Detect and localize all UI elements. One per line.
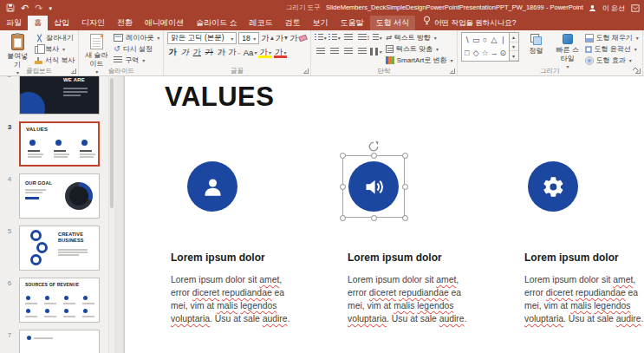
shapes-scroll-up-button[interactable]: ▴ [510,33,518,42]
slide-thumbnail-4[interactable]: OUR GOAL [19,173,100,219]
shape-rectangle-icon[interactable]: ▭ [472,36,480,44]
section-button[interactable]: 구역 [114,56,159,65]
columns-button[interactable] [370,46,382,57]
copy-button[interactable]: 복사 [35,44,75,54]
tab-animations[interactable]: 애니메이션 [139,16,190,30]
format-painter-button[interactable]: 서식 복사 [35,56,75,65]
line-spacing-button[interactable] [370,32,382,43]
shapes-scroll-down-button[interactable]: ▾ [510,42,518,52]
collapse-ribbon-button[interactable] [632,64,639,73]
column-body-text[interactable]: Lorem ipsum dolor sit amet, error dicere… [524,273,644,325]
tab-home[interactable]: 홈 [28,16,48,30]
selection-handle-s[interactable] [371,215,377,221]
shapes-more-button[interactable]: ▾ [510,51,518,61]
slide-thumbnail-7[interactable] [19,330,100,353]
quick-styles-button[interactable]: 빠른 스타일 [554,32,582,70]
align-left-button[interactable] [315,46,327,57]
slide-thumbnail-3[interactable]: VALUES [19,121,100,167]
person-circle-shape[interactable] [187,161,237,212]
tab-file[interactable]: 파일 [0,16,28,30]
tab-review[interactable]: 검토 [279,16,307,30]
slide-thumbnail-2[interactable]: WE ARE [19,76,100,114]
underline-button[interactable]: 가 [192,47,202,58]
tell-me-search[interactable]: 어떤 작업을 원하시나요? [415,16,524,30]
user-name[interactable]: 이 은선 [602,3,625,13]
column-body-text[interactable]: Lorem ipsum dolor sit amet, error dicere… [348,273,468,325]
clipboard-dialog-launcher[interactable] [71,69,76,74]
font-size-combo[interactable]: 18 [238,32,259,44]
shape-effects-button[interactable]: 도형 효과 [585,56,639,65]
text-shadow-button[interactable]: 가 [216,47,226,58]
selection-handle-w[interactable] [340,184,346,190]
rotation-handle[interactable] [368,141,380,153]
character-spacing-button[interactable]: 가↔ [228,47,242,58]
shape-star-icon[interactable]: ☆ [482,49,489,57]
bold-button[interactable]: 가 [167,47,178,58]
thumbnail-panel-scrollbar[interactable] [108,76,114,353]
undo-button[interactable]: ↶ [21,2,29,14]
selection-handle-se[interactable] [402,215,408,221]
shape-outline-button[interactable]: 도형 윤곽선 [585,44,639,54]
change-case-button[interactable]: Aa [244,47,257,58]
font-name-combo[interactable]: 맑은 고딕 (본문) [167,32,237,44]
shape-square-icon[interactable]: □ [465,49,469,57]
speaker-circle-shape[interactable] [348,161,399,212]
column-heading[interactable]: Lorem ipsum dolor [171,252,292,264]
qat-customize-button[interactable]: ▾ [49,2,52,14]
column-heading[interactable]: Lorem ipsum dolor [524,252,644,264]
reset-button[interactable]: ↺다시 설정 [114,44,159,54]
clear-formatting-button[interactable]: 가 [289,33,307,44]
save-button[interactable] [6,2,15,14]
align-text-button[interactable]: 텍스트 맞춤 [386,44,453,54]
shape-fill-button[interactable]: 도형 채우기 [585,33,639,42]
ribbon-display-options-button[interactable] [631,2,640,14]
slide-title[interactable]: VALUES [165,82,274,113]
cut-button[interactable]: 잘라내기 [35,33,75,42]
tab-transitions[interactable]: 전환 [111,16,139,30]
shape-circle-dot-icon[interactable]: ⊙ [500,49,507,57]
tab-shape-format[interactable]: 도형 서식 [370,16,416,30]
bullets-button[interactable] [315,32,327,43]
italic-button[interactable]: 가 [179,47,190,58]
shape-triangle-icon[interactable]: △ [491,36,497,44]
tab-slide-show[interactable]: 슬라이드 쇼 [190,16,244,30]
font-dialog-launcher[interactable] [303,69,309,74]
shape-diamond-icon[interactable]: ◇ [473,49,479,57]
shape-line-icon[interactable]: ∖ [465,36,470,44]
numbering-button[interactable] [329,32,341,43]
shapes-gallery[interactable]: ∖ ▭ ○ △ ∣ □ ◇ ☆ → ⊙ [461,32,510,62]
scrollbar-thumb[interactable] [110,78,114,208]
convert-to-smartart-button[interactable]: SmartArt로 변환 [386,56,453,65]
tab-help[interactable]: 도움말 [335,16,370,30]
arrange-button[interactable]: 정렬 [523,32,550,56]
strikethrough-button[interactable]: 가 [204,47,214,58]
selection-handle-ne[interactable] [402,153,408,159]
layout-button[interactable]: 레이아웃 [114,33,159,42]
decrease-font-size-button[interactable]: 가 [276,33,289,44]
column-heading[interactable]: Lorem ipsum dolor [348,252,469,264]
align-right-button[interactable] [342,46,355,57]
shape-arrow-icon[interactable]: → [490,49,498,57]
decrease-indent-button[interactable] [342,32,355,43]
highlight-color-button[interactable]: 가 [258,47,272,58]
selection-handle-nw[interactable] [340,153,346,159]
align-center-button[interactable] [329,46,341,57]
text-direction-button[interactable]: 텍스트 방향 [386,33,453,42]
selection-handle-n[interactable] [371,153,377,159]
slide-thumbnail-6[interactable]: SOURCES OF REVENUE [19,278,100,323]
redo-button[interactable]: ↷ [35,2,42,14]
increase-font-size-button[interactable]: 가 [261,33,274,44]
tab-view[interactable]: 보기 [307,16,335,30]
gear-circle-shape[interactable] [528,161,578,212]
tab-insert[interactable]: 삽입 [48,16,75,30]
shape-vertical-line-icon[interactable]: ∣ [501,36,505,44]
column-body-text[interactable]: Lorem ipsum dolor sit amet, error dicere… [171,273,291,325]
tab-design[interactable]: 디자인 [75,16,111,30]
slide-editing-area[interactable]: VALUES Lorem ipsum dolorLorem ipsum dolo… [125,76,644,353]
selection-handle-sw[interactable] [340,215,346,221]
paragraph-dialog-launcher[interactable] [450,69,455,74]
justify-button[interactable] [356,46,368,57]
slide-thumbnail-5[interactable]: CREATIVE BUSINESS [19,226,100,271]
tab-record[interactable]: 레코드 [244,16,279,30]
selection-handle-e[interactable] [402,184,408,190]
